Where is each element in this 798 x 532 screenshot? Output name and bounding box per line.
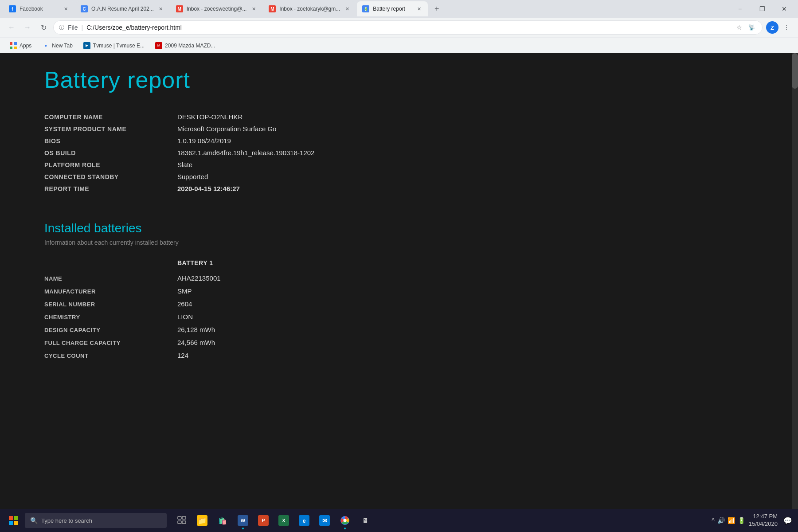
search-icon: 🔍 <box>30 517 38 524</box>
battery-manufacturer-label: MANUFACTURER <box>44 288 177 295</box>
tab-close-facebook[interactable]: ✕ <box>62 5 69 12</box>
battery-1-header: BATTERY 1 <box>177 259 213 266</box>
cast-icon[interactable]: 📡 <box>746 22 757 33</box>
bios-value: 1.0.19 06/24/2019 <box>177 137 231 145</box>
taskbar-word[interactable]: W <box>233 511 253 530</box>
tab-favicon-facebook: f <box>9 5 16 12</box>
battery-name-row: NAME AHA22135001 <box>44 272 523 285</box>
page-content: Battery report COMPUTER NAME DESKTOP-O2N… <box>0 53 576 388</box>
battery-design-capacity-value: 26,128 mWh <box>177 326 215 333</box>
maximize-button[interactable]: ❐ <box>752 2 772 16</box>
bookmarks-bar: Apps ● New Tab ▶ Tvmuse | Tvmuse E... M … <box>0 37 798 53</box>
connected-standby-value: Supported <box>177 173 208 180</box>
battery-full-charge-label: FULL CHARGE CAPACITY <box>44 340 177 346</box>
taskbar-task-view[interactable] <box>172 511 192 530</box>
notification-center-button[interactable]: 💬 <box>781 514 794 527</box>
chevron-up-icon[interactable]: ^ <box>712 517 715 524</box>
back-button[interactable]: ← <box>5 21 18 34</box>
bookmark-newtab-label: New Tab <box>52 43 72 49</box>
search-placeholder: Type here to search <box>41 517 92 524</box>
tab-oan[interactable]: C O.A.N Resume April 202... ✕ <box>75 1 170 16</box>
network-icon[interactable]: 📶 <box>728 517 735 524</box>
account-button[interactable]: Z <box>766 21 778 34</box>
task-view-icon <box>176 515 187 526</box>
volume-icon[interactable]: 🔊 <box>717 517 725 524</box>
taskbar-system-icons: ^ 🔊 📶 🔋 <box>712 517 745 524</box>
svg-rect-4 <box>178 516 181 519</box>
tab-favicon-battery: 🔋 <box>362 5 369 12</box>
tab-label-gmail2: Inbox - zoetokaryk@gm... <box>279 6 340 12</box>
bookmark-star-icon[interactable]: ☆ <box>734 22 744 33</box>
word-icon: W <box>238 515 248 526</box>
taskbar-excel[interactable]: X <box>274 511 293 530</box>
taskbar-right: ^ 🔊 📶 🔋 12:47 PM 15/04/2020 💬 <box>712 513 794 528</box>
taskbar-desktop[interactable]: 🖥 <box>356 511 375 530</box>
windows-logo-icon <box>9 516 18 525</box>
taskbar-clock[interactable]: 12:47 PM 15/04/2020 <box>749 513 778 528</box>
svg-rect-7 <box>182 521 186 524</box>
taskbar-powerpoint[interactable]: P <box>254 511 273 530</box>
start-square-3 <box>9 521 13 525</box>
start-button[interactable] <box>4 511 23 530</box>
tab-gmail2[interactable]: M Inbox - zoetokaryk@gm... ✕ <box>263 1 356 16</box>
tab-gmail1[interactable]: M Inbox - zoeesweeting@... ✕ <box>171 1 263 16</box>
system-product-label: SYSTEM PRODUCT NAME <box>44 125 177 133</box>
taskbar-file-explorer[interactable]: 📁 <box>192 511 212 530</box>
tab-close-gmail2[interactable]: ✕ <box>344 5 351 12</box>
tab-close-battery[interactable]: ✕ <box>415 5 422 12</box>
taskbar-edge[interactable]: e <box>294 511 314 530</box>
tab-close-gmail1[interactable]: ✕ <box>250 5 257 12</box>
reload-button[interactable]: ↻ <box>37 21 50 34</box>
report-time-row: REPORT TIME 2020-04-15 12:46:27 <box>44 183 523 195</box>
svg-rect-5 <box>182 516 186 519</box>
bookmark-apps[interactable]: Apps <box>5 40 36 51</box>
tvmuse-favicon: ▶ <box>83 42 90 49</box>
browser-content: Battery report COMPUTER NAME DESKTOP-O2N… <box>0 53 798 509</box>
settings-button[interactable]: ⋮ <box>780 21 793 34</box>
forward-button[interactable]: → <box>21 21 34 34</box>
bookmark-apps-label: Apps <box>20 43 31 49</box>
tab-label-battery: Battery report <box>373 6 412 12</box>
nav-bar: ← → ↻ ⓘ File | C:/Users/zoe_e/battery-re… <box>0 18 798 37</box>
minimize-button[interactable]: − <box>730 2 750 16</box>
taskbar: 🔍 Type here to search 📁 🛍️ W <box>0 509 798 532</box>
system-product-row: SYSTEM PRODUCT NAME Microsoft Corporatio… <box>44 123 523 135</box>
nav-right: Z ⋮ <box>766 21 793 34</box>
battery-table: BATTERY 1 NAME AHA22135001 MANUFACTURER … <box>44 259 523 362</box>
profile-avatar: Z <box>766 21 778 34</box>
close-button[interactable]: ✕ <box>774 2 794 16</box>
bookmark-newtab[interactable]: ● New Tab <box>38 40 77 51</box>
title-bar: f Facebook ✕ C O.A.N Resume April 202...… <box>0 0 798 18</box>
scrollbar[interactable] <box>792 53 798 509</box>
tab-close-oan[interactable]: ✕ <box>157 5 164 12</box>
installed-batteries-title: Installed batteries <box>44 221 523 235</box>
tab-facebook[interactable]: f Facebook ✕ <box>4 1 74 16</box>
taskbar-chrome[interactable] <box>335 511 355 530</box>
address-bar[interactable]: ⓘ File | C:/Users/zoe_e/battery-report.h… <box>53 20 763 35</box>
report-time-label: REPORT TIME <box>44 185 177 192</box>
computer-name-row: COMPUTER NAME DESKTOP-O2NLHKR <box>44 111 523 123</box>
bookmark-tvmuse[interactable]: ▶ Tvmuse | Tvmuse E... <box>79 40 149 51</box>
start-square-2 <box>14 516 18 520</box>
installed-batteries-section: Installed batteries Information about ea… <box>44 221 523 362</box>
svg-rect-2 <box>10 47 12 49</box>
svg-rect-6 <box>178 521 181 524</box>
bios-row: BIOS 1.0.19 06/24/2019 <box>44 135 523 147</box>
taskbar-mail[interactable]: ✉ <box>315 511 334 530</box>
tab-label-facebook: Facebook <box>20 6 59 12</box>
taskbar-apps: 📁 🛍️ W P X e ✉ <box>172 511 375 530</box>
taskbar-search[interactable]: 🔍 Type here to search <box>25 513 167 528</box>
battery-icon[interactable]: 🔋 <box>738 517 745 524</box>
address-url[interactable]: C:/Users/zoe_e/battery-report.html <box>86 24 730 31</box>
connected-standby-label: CONNECTED STANDBY <box>44 173 177 180</box>
powerpoint-icon: P <box>258 515 269 526</box>
battery-serial-value: 2604 <box>177 300 192 308</box>
tab-battery[interactable]: 🔋 Battery report ✕ <box>357 1 428 16</box>
new-tab-button[interactable]: + <box>430 3 443 15</box>
taskbar-store[interactable]: 🛍️ <box>213 511 232 530</box>
battery-serial-row: SERIAL NUMBER 2604 <box>44 297 523 310</box>
scrollbar-thumb[interactable] <box>792 53 798 89</box>
chrome-active-indicator <box>344 528 346 529</box>
bookmark-mazda[interactable]: M 2009 Mazda MAZD... <box>151 40 219 51</box>
apps-favicon <box>10 42 17 49</box>
